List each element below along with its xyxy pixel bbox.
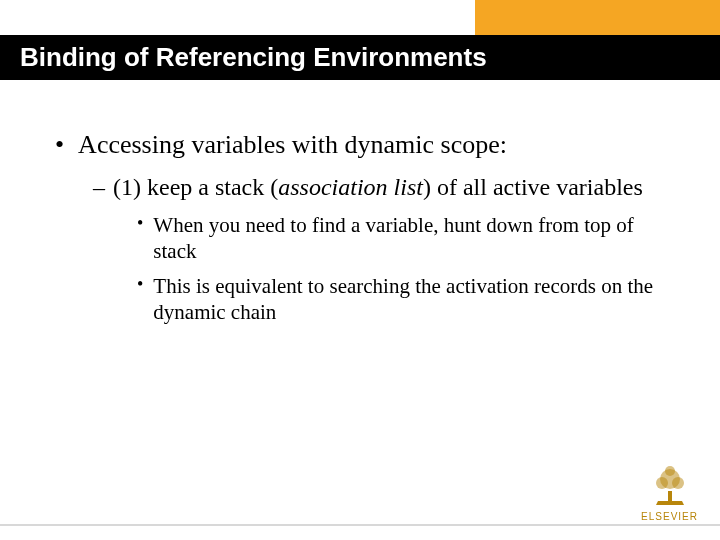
l2-prefix: (1) keep a stack ( [113, 174, 278, 200]
svg-point-2 [656, 477, 668, 489]
title-bar: Binding of Referencing Environments [0, 35, 720, 80]
orange-accent [475, 0, 720, 35]
slide: Binding of Referencing Environments • Ac… [0, 0, 720, 540]
logo-text: ELSEVIER [641, 511, 698, 522]
bullet-level-3: • This is equivalent to searching the ac… [137, 273, 675, 326]
tree-icon [646, 461, 694, 509]
publisher-logo: ELSEVIER [641, 461, 698, 522]
l2-suffix: ) of all active variables [423, 174, 643, 200]
svg-point-4 [665, 466, 675, 476]
svg-point-3 [672, 477, 684, 489]
bullet-l1-text: Accessing variables with dynamic scope: [78, 130, 507, 160]
bullet-dot-icon: • [55, 130, 64, 160]
bullet-level-1: • Accessing variables with dynamic scope… [55, 130, 675, 160]
footer-divider [0, 524, 720, 526]
l2-italic: association list [278, 174, 423, 200]
bullet-l2-text: (1) keep a stack (association list) of a… [113, 172, 643, 202]
content-area: • Accessing variables with dynamic scope… [55, 130, 675, 333]
bullet-l3b-text: This is equivalent to searching the acti… [153, 273, 675, 326]
bullet-level-2: – (1) keep a stack (association list) of… [93, 172, 675, 202]
bullet-dot-icon: • [137, 212, 143, 265]
bullet-dot-icon: • [137, 273, 143, 326]
bullet-dash-icon: – [93, 172, 105, 202]
bullet-l3a-text: When you need to find a variable, hunt d… [153, 212, 675, 265]
bullet-level-3: • When you need to find a variable, hunt… [137, 212, 675, 265]
slide-title: Binding of Referencing Environments [20, 42, 487, 73]
